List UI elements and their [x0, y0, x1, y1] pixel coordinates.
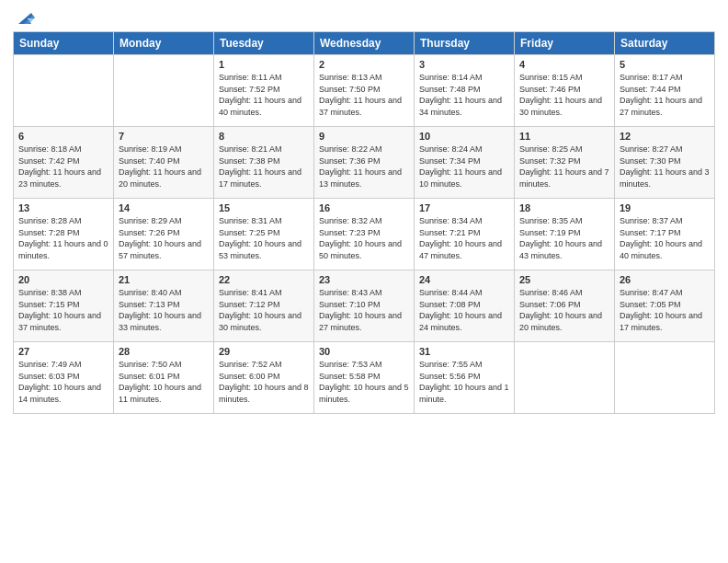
- weekday-header-thursday: Thursday: [415, 32, 515, 55]
- day-info: Sunrise: 8:32 AMSunset: 7:23 PMDaylight:…: [319, 216, 402, 260]
- logo: [13, 9, 35, 24]
- calendar-cell: 24 Sunrise: 8:44 AMSunset: 7:08 PMDaylig…: [415, 270, 515, 342]
- day-number: 29: [219, 346, 309, 357]
- calendar-cell: 27 Sunrise: 7:49 AMSunset: 6:03 PMDaylig…: [14, 342, 114, 414]
- day-number: 8: [219, 131, 309, 142]
- day-number: 12: [620, 131, 710, 142]
- calendar-cell: 16 Sunrise: 8:32 AMSunset: 7:23 PMDaylig…: [314, 199, 415, 270]
- calendar-cell: 25 Sunrise: 8:46 AMSunset: 7:06 PMDaylig…: [515, 270, 615, 342]
- calendar-cell: 14 Sunrise: 8:29 AMSunset: 7:26 PMDaylig…: [114, 199, 214, 270]
- day-info: Sunrise: 7:53 AMSunset: 5:58 PMDaylight:…: [319, 360, 409, 404]
- calendar-cell: 21 Sunrise: 8:40 AMSunset: 7:13 PMDaylig…: [114, 270, 214, 342]
- calendar-cell: 18 Sunrise: 8:35 AMSunset: 7:19 PMDaylig…: [515, 199, 615, 270]
- calendar-cell: 5 Sunrise: 8:17 AMSunset: 7:44 PMDayligh…: [615, 55, 715, 127]
- day-number: 15: [219, 202, 309, 213]
- day-info: Sunrise: 8:28 AMSunset: 7:28 PMDaylight:…: [18, 216, 108, 260]
- day-number: 10: [419, 131, 509, 142]
- calendar-cell: 30 Sunrise: 7:53 AMSunset: 5:58 PMDaylig…: [314, 342, 415, 414]
- calendar-cell: 4 Sunrise: 8:15 AMSunset: 7:46 PMDayligh…: [515, 55, 615, 127]
- day-number: 23: [319, 274, 409, 285]
- calendar-cell: 28 Sunrise: 7:50 AMSunset: 6:01 PMDaylig…: [114, 342, 214, 414]
- calendar-cell: 26 Sunrise: 8:47 AMSunset: 7:05 PMDaylig…: [615, 270, 715, 342]
- day-number: 3: [419, 59, 509, 70]
- day-number: 7: [119, 131, 209, 142]
- day-info: Sunrise: 8:43 AMSunset: 7:10 PMDaylight:…: [319, 288, 402, 332]
- day-number: 14: [119, 202, 209, 213]
- weekday-header-tuesday: Tuesday: [214, 32, 314, 55]
- calendar-cell: [114, 55, 214, 127]
- day-info: Sunrise: 8:18 AMSunset: 7:42 PMDaylight:…: [18, 144, 101, 189]
- calendar-cell: 31 Sunrise: 7:55 AMSunset: 5:56 PMDaylig…: [415, 342, 515, 414]
- day-info: Sunrise: 8:24 AMSunset: 7:34 PMDaylight:…: [419, 144, 502, 189]
- calendar-cell: [515, 342, 615, 414]
- day-number: 20: [18, 274, 108, 285]
- calendar-cell: 10 Sunrise: 8:24 AMSunset: 7:34 PMDaylig…: [415, 127, 515, 199]
- calendar-cell: 19 Sunrise: 8:37 AMSunset: 7:17 PMDaylig…: [615, 199, 715, 270]
- day-info: Sunrise: 8:17 AMSunset: 7:44 PMDaylight:…: [620, 73, 702, 117]
- day-number: 31: [419, 346, 509, 357]
- day-info: Sunrise: 8:44 AMSunset: 7:08 PMDaylight:…: [419, 288, 502, 332]
- day-number: 17: [419, 202, 509, 213]
- calendar-cell: 9 Sunrise: 8:22 AMSunset: 7:36 PMDayligh…: [314, 127, 415, 199]
- day-info: Sunrise: 8:37 AMSunset: 7:17 PMDaylight:…: [620, 216, 702, 260]
- day-number: 19: [620, 202, 710, 213]
- day-info: Sunrise: 8:40 AMSunset: 7:13 PMDaylight:…: [119, 288, 201, 332]
- day-info: Sunrise: 8:29 AMSunset: 7:26 PMDaylight:…: [119, 216, 201, 260]
- day-info: Sunrise: 8:27 AMSunset: 7:30 PMDaylight:…: [620, 144, 710, 189]
- weekday-header-sunday: Sunday: [14, 32, 114, 55]
- day-number: 27: [18, 346, 108, 357]
- weekday-header-monday: Monday: [114, 32, 214, 55]
- day-info: Sunrise: 8:35 AMSunset: 7:19 PMDaylight:…: [519, 216, 602, 260]
- calendar-cell: 3 Sunrise: 8:14 AMSunset: 7:48 PMDayligh…: [415, 55, 515, 127]
- day-number: 13: [18, 202, 108, 213]
- calendar-cell: 22 Sunrise: 8:41 AMSunset: 7:12 PMDaylig…: [214, 270, 314, 342]
- logo-icon: [15, 9, 35, 26]
- day-info: Sunrise: 7:50 AMSunset: 6:01 PMDaylight:…: [119, 360, 201, 404]
- calendar-cell: 12 Sunrise: 8:27 AMSunset: 7:30 PMDaylig…: [615, 127, 715, 199]
- day-number: 9: [319, 131, 409, 142]
- day-info: Sunrise: 8:38 AMSunset: 7:15 PMDaylight:…: [18, 288, 101, 332]
- day-info: Sunrise: 8:15 AMSunset: 7:46 PMDaylight:…: [519, 73, 602, 117]
- calendar-cell: 1 Sunrise: 8:11 AMSunset: 7:52 PMDayligh…: [214, 55, 314, 127]
- day-info: Sunrise: 7:49 AMSunset: 6:03 PMDaylight:…: [18, 360, 101, 404]
- day-number: 21: [119, 274, 209, 285]
- calendar-cell: 15 Sunrise: 8:31 AMSunset: 7:25 PMDaylig…: [214, 199, 314, 270]
- day-info: Sunrise: 7:55 AMSunset: 5:56 PMDaylight:…: [419, 360, 509, 404]
- day-number: 25: [519, 274, 609, 285]
- day-number: 1: [219, 59, 309, 70]
- calendar-cell: 2 Sunrise: 8:13 AMSunset: 7:50 PMDayligh…: [314, 55, 415, 127]
- day-info: Sunrise: 8:11 AMSunset: 7:52 PMDaylight:…: [219, 73, 301, 117]
- day-info: Sunrise: 8:14 AMSunset: 7:48 PMDaylight:…: [419, 73, 502, 117]
- day-number: 4: [519, 59, 609, 70]
- day-number: 22: [219, 274, 309, 285]
- calendar-table: SundayMondayTuesdayWednesdayThursdayFrid…: [13, 31, 715, 414]
- day-number: 6: [18, 131, 108, 142]
- calendar-cell: 8 Sunrise: 8:21 AMSunset: 7:38 PMDayligh…: [214, 127, 314, 199]
- weekday-header-saturday: Saturday: [615, 32, 715, 55]
- calendar-cell: 11 Sunrise: 8:25 AMSunset: 7:32 PMDaylig…: [515, 127, 615, 199]
- calendar-cell: [615, 342, 715, 414]
- day-info: Sunrise: 8:31 AMSunset: 7:25 PMDaylight:…: [219, 216, 301, 260]
- day-info: Sunrise: 8:25 AMSunset: 7:32 PMDaylight:…: [519, 144, 609, 189]
- page-header: [13, 9, 715, 24]
- weekday-header-friday: Friday: [515, 32, 615, 55]
- calendar-cell: 23 Sunrise: 8:43 AMSunset: 7:10 PMDaylig…: [314, 270, 415, 342]
- calendar-cell: 20 Sunrise: 8:38 AMSunset: 7:15 PMDaylig…: [14, 270, 114, 342]
- day-number: 26: [620, 274, 710, 285]
- day-info: Sunrise: 8:41 AMSunset: 7:12 PMDaylight:…: [219, 288, 301, 332]
- calendar-cell: 6 Sunrise: 8:18 AMSunset: 7:42 PMDayligh…: [14, 127, 114, 199]
- day-info: Sunrise: 8:34 AMSunset: 7:21 PMDaylight:…: [419, 216, 502, 260]
- day-number: 16: [319, 202, 409, 213]
- day-number: 5: [620, 59, 710, 70]
- day-info: Sunrise: 8:46 AMSunset: 7:06 PMDaylight:…: [519, 288, 602, 332]
- calendar-cell: [14, 55, 114, 127]
- weekday-header-wednesday: Wednesday: [314, 32, 415, 55]
- day-info: Sunrise: 8:21 AMSunset: 7:38 PMDaylight:…: [219, 144, 301, 189]
- day-info: Sunrise: 8:22 AMSunset: 7:36 PMDaylight:…: [319, 144, 402, 189]
- day-number: 11: [519, 131, 609, 142]
- day-number: 2: [319, 59, 409, 70]
- day-info: Sunrise: 8:47 AMSunset: 7:05 PMDaylight:…: [620, 288, 702, 332]
- day-number: 24: [419, 274, 509, 285]
- calendar-cell: 29 Sunrise: 7:52 AMSunset: 6:00 PMDaylig…: [214, 342, 314, 414]
- day-info: Sunrise: 8:13 AMSunset: 7:50 PMDaylight:…: [319, 73, 402, 117]
